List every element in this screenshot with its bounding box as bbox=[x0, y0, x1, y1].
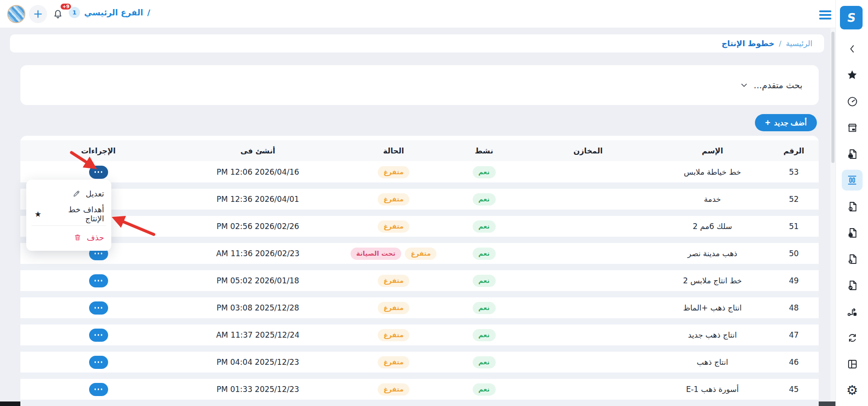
status-pill: متفرغ bbox=[378, 275, 409, 287]
cell-id: 46 bbox=[769, 352, 819, 373]
cell-active: نعم bbox=[448, 243, 520, 264]
sidebar-item-production-lines[interactable] bbox=[842, 170, 863, 191]
app-logo[interactable]: S bbox=[840, 6, 863, 29]
advanced-search-card: بحث متقدم... bbox=[20, 65, 819, 105]
sidebar-item-hr[interactable] bbox=[842, 222, 863, 243]
cell-id: 49 bbox=[769, 270, 819, 291]
breadcrumb: الرئيسية / خطوط الإنتاج bbox=[10, 34, 824, 53]
add-new-button[interactable]: أضف جديد + bbox=[755, 114, 817, 131]
add-quick-button[interactable] bbox=[29, 5, 47, 23]
production-targets-label: أهداف خط الإنتاج bbox=[47, 205, 104, 223]
cell-status: متفرغتحت الصيانة bbox=[339, 243, 448, 264]
vertical-scrollbar-thumb[interactable] bbox=[831, 32, 835, 163]
store-icon bbox=[846, 122, 859, 134]
table-row: 50 ذهب مدينة نصر نعم متفرغتحت الصيانة AM… bbox=[20, 243, 819, 264]
star-icon: ★ bbox=[33, 210, 43, 219]
cell-status: متفرغ bbox=[339, 352, 448, 373]
cell-name: انتاج ذهب bbox=[656, 352, 769, 373]
status-pill: متفرغ bbox=[378, 166, 409, 178]
status-pill: تحت الصيانة bbox=[351, 248, 402, 260]
breadcrumb-separator: / bbox=[779, 39, 781, 48]
cell-actions bbox=[20, 352, 176, 373]
table-row: 52 خدمة نعم متفرغ PM 12:36 2026/04/01 bbox=[20, 189, 819, 210]
status-pill: متفرغ bbox=[405, 248, 436, 260]
active-pill: نعم bbox=[473, 329, 496, 341]
cell-id: 47 bbox=[769, 325, 819, 345]
row-actions-button[interactable] bbox=[89, 166, 108, 179]
breadcrumb-home-link[interactable]: الرئيسية bbox=[786, 39, 812, 48]
cell-id: 51 bbox=[769, 216, 819, 237]
table-row: 48 انتاج ذهب +الماظ نعم متفرغ PM 03:08 2… bbox=[20, 297, 819, 318]
table-row: 45 أسورة ذهب E-1 نعم متفرغ PM 01:33 2025… bbox=[20, 379, 819, 400]
row-actions-button[interactable] bbox=[89, 301, 108, 315]
cell-created: PM 12:06 2026/04/16 bbox=[176, 162, 339, 182]
advanced-search-label: بحث متقدم... bbox=[754, 80, 802, 90]
sidebar-item-workflow[interactable] bbox=[842, 301, 863, 322]
cell-status: متفرغ bbox=[339, 162, 448, 182]
sync-icon bbox=[846, 332, 859, 344]
cell-created: PM 03:08 2025/12/28 bbox=[176, 297, 339, 318]
row-actions-button[interactable] bbox=[89, 383, 108, 396]
status-pill: متفرغ bbox=[378, 329, 409, 341]
cell-id: 50 bbox=[769, 243, 819, 264]
layout-grid-icon bbox=[846, 358, 859, 370]
cell-status: متفرغ bbox=[339, 270, 448, 291]
sidebar-item-purchases[interactable] bbox=[842, 143, 863, 164]
cell-created: PM 01:33 2025/12/23 bbox=[176, 379, 339, 400]
status-pill: متفرغ bbox=[378, 302, 409, 314]
row-actions-button[interactable] bbox=[89, 329, 108, 342]
sidebar-item-projects[interactable] bbox=[842, 196, 863, 217]
vertical-scrollbar[interactable] bbox=[830, 28, 835, 401]
menu-divider bbox=[32, 225, 106, 226]
row-actions-button[interactable] bbox=[89, 274, 108, 287]
menu-hamburger-button[interactable] bbox=[819, 10, 831, 19]
cell-name: ذهب مدينة نصر bbox=[656, 243, 769, 264]
cell-status: متفرغ bbox=[339, 216, 448, 237]
sidebar-collapse-button[interactable] bbox=[842, 38, 863, 59]
context-menu-production-targets[interactable]: أهداف خط الإنتاج ★ bbox=[26, 204, 111, 224]
document-code-icon bbox=[846, 201, 859, 213]
document-box-icon bbox=[846, 253, 859, 265]
document-check-icon bbox=[846, 279, 859, 291]
sidebar-item-pos[interactable] bbox=[842, 117, 863, 138]
cell-warehouses bbox=[520, 189, 656, 210]
status-pill: متفرغ bbox=[378, 356, 409, 368]
chevron-down-icon bbox=[740, 81, 748, 89]
cell-name: انتاج ذهب +الماظ bbox=[656, 297, 769, 318]
cell-warehouses bbox=[520, 243, 656, 264]
cell-warehouses bbox=[520, 325, 656, 345]
cell-warehouses bbox=[520, 216, 656, 237]
active-pill: نعم bbox=[473, 220, 496, 233]
branch-breadcrumb[interactable]: 1 الفرع الرئيسي / bbox=[69, 7, 150, 18]
production-lines-table: الرقم الإسم المخازن نشط الحالة أنشئ فى ا… bbox=[20, 136, 819, 406]
chevron-left-icon bbox=[846, 43, 858, 55]
cell-warehouses bbox=[520, 270, 656, 291]
sidebar-item-favorites[interactable] bbox=[842, 65, 863, 86]
sidebar-item-inventory[interactable] bbox=[842, 248, 863, 269]
context-menu-edit[interactable]: تعديل bbox=[26, 183, 111, 204]
cell-warehouses bbox=[520, 162, 656, 182]
context-menu-delete[interactable]: حذف bbox=[26, 227, 111, 248]
sidebar-item-approvals[interactable] bbox=[842, 275, 863, 296]
status-pill: متفرغ bbox=[378, 220, 409, 233]
cell-active: نعم bbox=[448, 216, 520, 237]
production-lines-icon bbox=[846, 174, 859, 186]
cell-actions bbox=[20, 270, 176, 291]
branch-name: الفرع الرئيسي bbox=[84, 8, 143, 17]
sidebar-item-layout[interactable] bbox=[842, 353, 863, 374]
active-pill: نعم bbox=[473, 166, 496, 178]
cell-actions bbox=[20, 325, 176, 345]
workflow-icon bbox=[846, 306, 859, 318]
row-actions-button[interactable] bbox=[89, 356, 108, 369]
sidebar-item-sync[interactable] bbox=[842, 327, 863, 348]
sidebar-item-dashboard[interactable] bbox=[842, 91, 863, 112]
cell-created: AM 11:37 2025/12/24 bbox=[176, 325, 339, 345]
cell-warehouses bbox=[520, 297, 656, 318]
sidebar-item-settings[interactable]: ⚙ bbox=[842, 380, 863, 401]
column-header-status: الحالة bbox=[339, 140, 448, 161]
delete-label: حذف bbox=[87, 233, 104, 242]
advanced-search-toggle[interactable]: بحث متقدم... bbox=[740, 80, 802, 90]
cell-active: نعم bbox=[448, 352, 520, 373]
cell-active: نعم bbox=[448, 189, 520, 210]
column-header-actions: الإجراءات bbox=[20, 140, 176, 161]
